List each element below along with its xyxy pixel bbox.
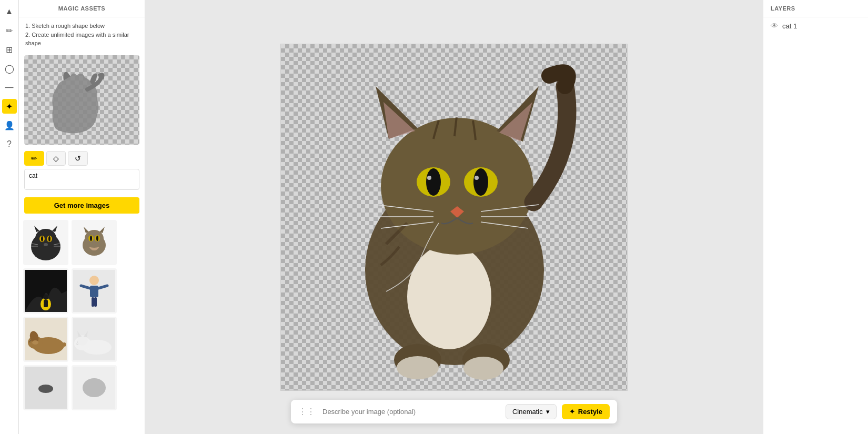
assets-row-4 <box>23 365 140 410</box>
layers-tool[interactable]: ⊞ <box>2 42 17 57</box>
prompt-input[interactable]: cat <box>24 169 139 190</box>
left-toolbar: ▲ ✏ ⊞ ◯ — ✦ 👤 ? <box>0 0 19 434</box>
bottom-toolbar: ⋮⋮ Cinematic ▾ ✦ Restyle <box>291 400 617 423</box>
eraser-draw-btn[interactable]: ◇ <box>46 151 66 166</box>
asset-person[interactable] <box>72 268 117 314</box>
dog-image <box>25 318 67 360</box>
svg-point-52 <box>426 168 441 196</box>
svg-rect-27 <box>94 297 97 307</box>
svg-point-55 <box>475 176 479 180</box>
svg-point-46 <box>83 378 106 397</box>
svg-point-15 <box>90 236 92 241</box>
layers-panel-title: LAYERS <box>763 0 868 17</box>
panel-title: MAGIC ASSETS <box>19 0 145 17</box>
instruction-1: 1. Sketch a rough shape below <box>25 22 138 31</box>
sketch-canvas[interactable] <box>24 55 139 145</box>
asset-dog[interactable] <box>23 317 68 362</box>
canvas[interactable] <box>280 44 628 391</box>
svg-point-32 <box>32 340 38 345</box>
drawing-toolbar: ✏ ◇ ↺ <box>19 148 145 169</box>
restyle-label: Restyle <box>578 408 602 416</box>
svg-point-4 <box>41 236 43 241</box>
magic-tool[interactable]: ✦ <box>2 99 17 114</box>
layers-panel: LAYERS 👁 cat 1 <box>763 0 868 434</box>
partial-image-1 <box>25 367 67 409</box>
person-image <box>73 270 115 312</box>
restyle-button[interactable]: ✦ Restyle <box>562 404 610 419</box>
magic-assets-panel: MAGIC ASSETS 1. Sketch a rough shape bel… <box>19 0 145 434</box>
get-more-images-button[interactable]: Get more images <box>24 197 139 214</box>
asset-cat-tabby[interactable] <box>72 220 117 265</box>
assets-row-1 <box>23 220 140 265</box>
reset-draw-btn[interactable]: ↺ <box>68 151 88 166</box>
bottom-bar-icon: ⋮⋮ <box>298 407 315 417</box>
asset-partial-2[interactable] <box>72 365 117 410</box>
layer-item-cat1[interactable]: 👁 cat 1 <box>763 17 868 34</box>
help-tool[interactable]: ? <box>2 137 17 152</box>
asset-partial-1[interactable] <box>23 365 68 410</box>
svg-point-6 <box>44 243 48 246</box>
asset-cat-dark[interactable] <box>23 220 68 265</box>
svg-point-63 <box>397 356 439 379</box>
assets-row-2 <box>23 268 140 314</box>
svg-point-22 <box>89 276 99 285</box>
white-cat-image <box>73 318 115 360</box>
asset-white-cat[interactable] <box>72 317 117 362</box>
svg-point-54 <box>427 176 431 180</box>
chevron-down-icon: ▾ <box>546 408 550 416</box>
panel-instructions: 1. Sketch a rough shape below 2. Create … <box>19 17 145 52</box>
image-description-input[interactable] <box>322 408 500 416</box>
layer-name: cat 1 <box>782 22 797 30</box>
style-selector-button[interactable]: Cinematic ▾ <box>506 404 557 419</box>
brush-draw-btn[interactable]: ✏ <box>24 151 44 166</box>
svg-rect-23 <box>90 286 98 297</box>
svg-point-49 <box>381 118 533 255</box>
cat-tabby-image <box>73 221 115 264</box>
assets-row-3 <box>23 317 140 362</box>
dark-scene-image <box>25 270 67 312</box>
style-label: Cinematic <box>512 408 543 416</box>
svg-point-16 <box>96 236 98 241</box>
person-tool[interactable]: 👤 <box>2 118 17 133</box>
svg-point-44 <box>38 385 53 393</box>
svg-point-19 <box>43 295 48 300</box>
instruction-2: 2. Create unlimited images with a simila… <box>25 31 138 48</box>
partial-image-2 <box>73 367 115 409</box>
assets-grid <box>19 218 145 435</box>
svg-point-53 <box>473 168 488 196</box>
line-tool[interactable]: — <box>2 80 17 95</box>
asset-dark-scene[interactable] <box>23 268 68 314</box>
svg-point-5 <box>48 236 51 241</box>
restyle-icon: ✦ <box>569 408 575 416</box>
prompt-area: cat <box>19 169 145 195</box>
main-canvas-area: ⋮⋮ Cinematic ▾ ✦ Restyle <box>145 0 763 434</box>
brush-tool[interactable]: ✏ <box>2 23 17 38</box>
sketch-shape <box>40 66 114 139</box>
svg-point-65 <box>463 357 503 380</box>
pointer-tool[interactable]: ▲ <box>2 4 17 19</box>
cat-canvas-image <box>281 44 628 391</box>
layer-visibility-icon[interactable]: 👁 <box>771 22 778 30</box>
shape-tool[interactable]: ◯ <box>2 61 17 76</box>
cat-dark-image <box>25 221 67 264</box>
svg-rect-20 <box>44 300 48 307</box>
svg-rect-26 <box>92 297 94 307</box>
